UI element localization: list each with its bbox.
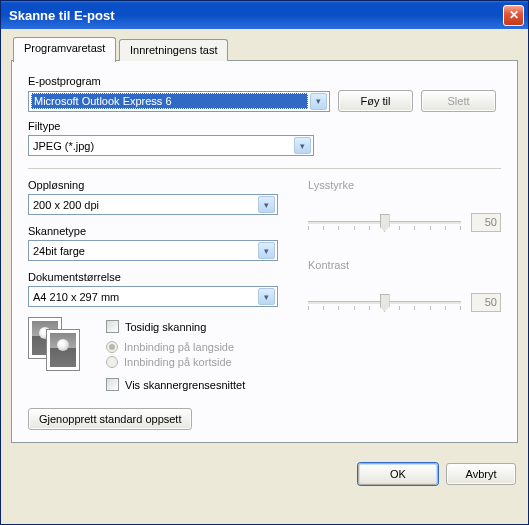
filetype-select[interactable]: JPEG (*.jpg) ▾ [28,135,314,156]
short-edge-radio [106,356,118,368]
close-button[interactable]: ✕ [503,5,524,26]
chevron-down-icon: ▾ [310,93,327,110]
chevron-down-icon: ▾ [258,288,275,305]
title-bar: Skanne til E-post ✕ [1,1,528,29]
scantype-label: Skannetype [28,225,278,237]
show-interface-label: Vis skannergrensesnittet [125,379,245,391]
duplex-label: Tosidig skanning [125,321,206,333]
separator [28,168,501,169]
docsize-select[interactable]: A4 210 x 297 mm ▾ [28,286,278,307]
resolution-select[interactable]: 200 x 200 dpi ▾ [28,194,278,215]
window-title: Skanne til E-post [9,8,503,23]
cancel-button[interactable]: Avbryt [446,463,516,485]
tab-panel: E-postprogram Microsoft Outlook Express … [11,60,518,443]
tab-software[interactable]: Programvaretast [13,37,116,62]
contrast-value: 50 [471,293,501,312]
close-icon: ✕ [509,8,519,22]
resolution-label: Oppløsning [28,179,278,191]
restore-defaults-button[interactable]: Gjenopprett standard oppsett [28,408,192,430]
show-interface-checkbox[interactable] [106,378,119,391]
chevron-down-icon: ▾ [258,242,275,259]
email-program-label: E-postprogram [28,75,501,87]
contrast-label: Kontrast [308,259,501,271]
brightness-label: Lysstyrke [308,179,501,191]
ok-button[interactable]: OK [358,463,438,485]
dialog-buttons: OK Avbryt [1,453,528,495]
chevron-down-icon: ▾ [258,196,275,213]
long-edge-label: Innbinding på langside [124,341,234,353]
scantype-select[interactable]: 24bit farge ▾ [28,240,278,261]
duplex-thumbnail-icon [28,317,88,373]
duplex-checkbox[interactable] [106,320,119,333]
add-button[interactable]: Føy til [338,90,413,112]
chevron-down-icon: ▾ [294,137,311,154]
short-edge-label: Innbinding på kortside [124,356,232,368]
tab-row: Programvaretast Innretningens tast [11,37,518,61]
filetype-label: Filtype [28,120,501,132]
docsize-label: Dokumentstørrelse [28,271,278,283]
email-program-select[interactable]: Microsoft Outlook Express 6 ▾ [28,91,330,112]
brightness-slider: 50 [308,213,501,243]
brightness-value: 50 [471,213,501,232]
tab-device[interactable]: Innretningens tast [119,39,228,61]
contrast-slider: 50 [308,293,501,323]
long-edge-radio [106,341,118,353]
delete-button: Slett [421,90,496,112]
